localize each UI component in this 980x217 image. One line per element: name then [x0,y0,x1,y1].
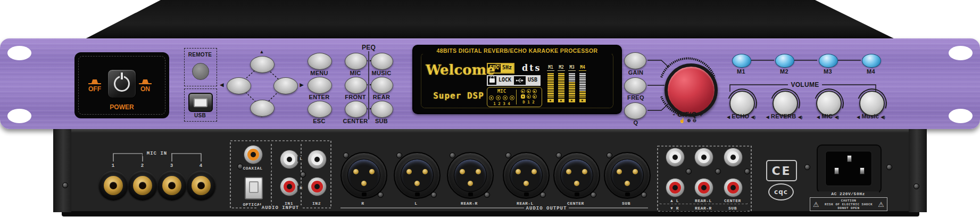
peq-rear-button[interactable] [371,77,393,94]
echo-volume-knob[interactable] [729,91,755,116]
peq-mic-button[interactable] [345,53,367,70]
screw-icon [300,172,306,178]
mic3-indicator-icon [503,95,508,100]
m1-led-label: M1 [730,68,752,75]
rack-hole-top-left [7,46,31,60]
display-subtitle: Super DSP [426,91,492,101]
peq-sub-label: SUB [360,118,403,124]
in1-left-rca-jack [280,150,299,169]
screw-icon [343,152,349,158]
remote-label: REMOTE [181,52,219,58]
mic-in-3-label: 3 [168,163,176,168]
gfq-knob-label: - G/F/Q + [661,110,715,118]
display-title: 48BITS DIGITAL REVERB/ECHO KARAOKE PROCE… [419,47,616,54]
lcd-display: 48BITS DIGITAL REVERB/ECHO KARAOKE PROCE… [412,45,622,114]
mic-volume-knob[interactable] [816,91,842,116]
power-button[interactable] [107,69,136,98]
exclamation-warning-icon: ⚠ [878,201,884,208]
screw-icon [686,168,692,174]
m4-led-label: M4 [860,68,882,75]
in1-right-rca-jack [280,177,299,196]
reverb-volume-label: ◀ REVERB ◀) [760,113,808,119]
mic-in-1-jack [98,171,128,200]
lock-icon [488,76,496,85]
usb-port[interactable] [188,93,213,112]
speaker-high-icon: ◀) [751,115,755,119]
freq-button[interactable] [624,77,646,94]
ce-mark: CE [766,160,797,181]
arrow-up-icon: ▲ [258,49,266,54]
m2-led-label: M2 [774,68,795,75]
peq-sub-button[interactable] [371,101,393,118]
peq-rear-label: REAR [360,94,403,100]
m1-led [732,54,751,68]
xlr-sub-label: SUB [605,201,647,206]
d1-indicator-icon [527,89,531,93]
usb-status-label: USB [526,76,539,85]
rca-r-label: ▼ R [660,206,689,211]
fbc-hz-label: 5Hz [501,64,513,73]
arrow-left-icon: ◀ [218,82,226,87]
music-volume-knob[interactable] [859,91,885,116]
d-indicator-icon [521,89,525,93]
m3-led [819,54,838,68]
volume-title: VOLUME [789,81,821,89]
screw-icon [744,168,750,174]
usb-trident-icon [514,76,526,85]
chassis-top [0,0,980,43]
d-active-indicator-icon [521,94,525,99]
lock-badge: LOCK [487,75,514,86]
ir-remote-sensor [192,63,209,80]
nav-up-button[interactable] [250,56,275,73]
coaxial-input-jack [244,145,263,164]
mic-in-label: MIC IN [143,151,171,156]
enter-button[interactable] [308,77,332,94]
karaoke-processor-device: OFF ON POWER REMOTE USB ▲ ◀ ▶ ▼ MENU ENT… [0,0,980,217]
speaker-high-icon: ◀) [798,115,802,119]
screw-icon [804,164,810,170]
usb-badge: USB [513,75,541,86]
vu-meter-m1: M1 [547,65,554,102]
chassis-bottom [62,212,919,216]
screw-icon [607,152,612,158]
audio-output-label: AUDIO OUTPUT [524,206,569,211]
menu-button[interactable] [308,53,332,70]
rca-out-r-jack [666,178,685,197]
q-button[interactable] [624,102,646,119]
peq-center-button[interactable] [345,101,367,118]
nav-left-button[interactable] [227,77,251,94]
speaker-low-icon: ◀ [766,115,769,119]
d2-indicator-icon [533,89,537,93]
rca-center-label: CENTER [718,198,747,204]
peq-music-button[interactable] [371,53,393,70]
echo-volume-label: ◀ ECHO ◀) [717,113,765,119]
on-indicator-icon [139,78,152,84]
caution-text: CAUTION RISK OF ELECTRIC SHOCK DONOT OPE… [825,199,873,210]
screw-icon [484,192,490,198]
peq-front-button[interactable] [345,77,367,94]
mic-in-2-jack [128,171,157,200]
peq-title: PEQ [358,44,379,51]
screw-icon [431,192,437,198]
nav-right-button[interactable] [273,77,298,94]
esc-button[interactable] [308,101,332,118]
nav-down-button[interactable] [250,100,275,117]
screw-icon [237,164,243,170]
screw-icon [505,152,511,158]
rear-bevel-right [909,129,927,212]
mic1-indicator-icon [489,95,494,100]
power-on-label: ON [136,85,155,93]
mic-status-box: MIC 1 2 3 4 D 1 2 [487,87,542,107]
rca-out-l-jack [666,148,685,167]
reverb-volume-knob[interactable] [773,91,798,116]
rca-rear-l-label: REAR-L [689,198,718,204]
in2-label: IN2 [306,201,327,206]
speaker-low-icon: ◀ [817,115,820,119]
gfq-rotary-knob[interactable] [665,63,718,117]
gain-button[interactable] [624,52,646,69]
off-indicator-icon [88,78,101,84]
screw-icon [886,164,892,170]
screw-icon [641,192,647,198]
optical-input-port [245,177,263,199]
vu-meter-m2: M2 [558,65,565,102]
